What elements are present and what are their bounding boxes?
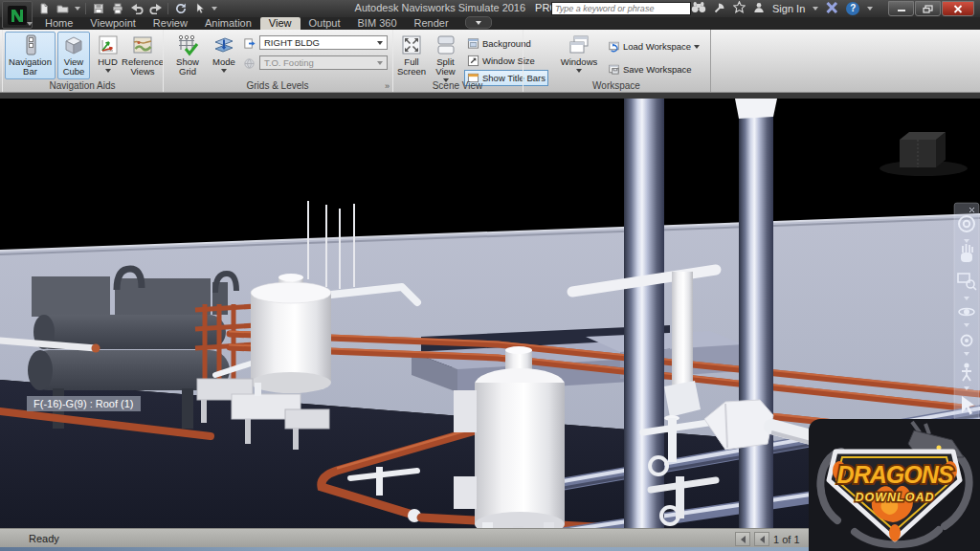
window-controls (887, 1, 974, 16)
level-icon (243, 56, 256, 69)
windows-dropdown-icon (576, 69, 582, 73)
export-grid-icon[interactable] (243, 36, 256, 49)
group-workspace: Windows Load Workspace Save Workspace Wo… (523, 30, 711, 92)
undo-icon[interactable] (129, 3, 144, 15)
ribbon-display-toggle[interactable] (465, 16, 492, 29)
load-workspace-button[interactable]: Load Workspace (605, 38, 702, 55)
help-button[interactable]: ? (846, 2, 859, 15)
save-workspace-button[interactable]: Save Workspace (605, 61, 695, 77)
infocenter-icons: Sign In ? (691, 1, 873, 15)
quick-access-toolbar (36, 1, 217, 16)
view-cube-icon (62, 33, 85, 56)
reference-views-icon (131, 33, 154, 56)
steel-riser-pipe-right (735, 99, 777, 528)
help-dropdown-icon[interactable] (867, 7, 873, 11)
title-bar: Autodesk Navisworks Simulate 2016PROJECT… (0, 0, 980, 17)
sheet-indicator: 1 of 1 (773, 534, 800, 545)
favorites-star-icon[interactable] (733, 1, 746, 15)
redo-icon[interactable] (148, 3, 163, 15)
grids-dialog-launcher-icon[interactable]: » (385, 81, 390, 91)
navigation-bar-button[interactable]: Navigation Bar (5, 32, 56, 79)
watermark-title: DRAGONS (837, 461, 954, 488)
group-label-navigation-aids: Navigation Aids (2, 80, 163, 92)
load-workspace-label: Load Workspace (623, 41, 691, 52)
refresh-icon[interactable] (173, 3, 188, 15)
new-file-icon[interactable] (36, 3, 51, 15)
windows-label: Windows (561, 57, 598, 67)
grid-mode-button[interactable]: Mode (207, 32, 241, 79)
qat-separator (167, 3, 168, 14)
show-grid-button[interactable]: Show Grid (170, 32, 205, 79)
tab-review[interactable]: Review (145, 17, 196, 30)
app-title: Autodesk Navisworks Simulate 2016 (355, 2, 526, 13)
level-combo-arrow-icon (377, 61, 383, 65)
grid-location-hud: F(-16)-G(9) : Roof (1) (27, 396, 141, 411)
mode-dropdown-icon (221, 69, 227, 73)
grid-mode-icon (212, 33, 235, 56)
tab-animation[interactable]: Animation (196, 17, 260, 30)
split-view-icon (434, 33, 457, 56)
valve-stem (376, 467, 383, 496)
viewport-navigation-bar[interactable] (954, 203, 979, 421)
minimize-button[interactable] (888, 1, 914, 16)
hud-label: HUD (98, 57, 118, 67)
show-grid-label: Show Grid (171, 57, 204, 77)
level-select-value: T.O. Footing (264, 57, 314, 68)
exchange-apps-icon[interactable] (826, 2, 838, 15)
load-workspace-dropdown-icon (694, 45, 700, 49)
application-menu-button[interactable] (2, 1, 33, 29)
view-cube-button[interactable]: View Cube (57, 32, 90, 79)
group-grids-levels: Show Grid Mode RIGHT BLDG T.O. Footing G… (163, 30, 393, 92)
full-screen-button[interactable]: Full Screen (395, 32, 428, 79)
split-view-button[interactable]: Split View (429, 32, 462, 79)
grid-select-combo[interactable]: RIGHT BLDG (259, 35, 388, 50)
tab-render[interactable]: Render (406, 17, 457, 30)
reference-views-button[interactable]: Reference Views (123, 32, 162, 79)
tab-bim360[interactable]: BIM 360 (349, 17, 406, 30)
user-icon[interactable] (753, 2, 765, 15)
watermark-subtitle: DOWNLOAD (856, 491, 935, 504)
grid-combo-arrow-icon (377, 41, 383, 45)
app-menu-arrow-icon (27, 22, 33, 26)
window-size-icon (467, 55, 479, 67)
previous-sheet-button[interactable] (754, 532, 769, 546)
tab-view[interactable]: View (260, 17, 301, 30)
close-button[interactable] (942, 1, 974, 16)
windows-button[interactable]: Windows (557, 32, 601, 79)
group-label-workspace: Workspace (523, 80, 710, 92)
qat-customize-icon[interactable] (212, 7, 217, 11)
hud-icon (97, 33, 120, 56)
select-cursor-icon[interactable] (192, 3, 207, 15)
steel-riser-pipe-left (624, 99, 664, 528)
hud-dropdown-icon (105, 69, 111, 73)
sign-in-button[interactable]: Sign In (772, 3, 805, 14)
show-grid-icon (176, 33, 199, 56)
background-icon (467, 37, 479, 50)
group-label-grids-levels: Grids & Levels (163, 80, 392, 92)
watermark-logo: DRAGONS DOWNLOAD (809, 419, 980, 551)
sign-in-dropdown-icon[interactable] (813, 7, 818, 11)
view-cube-label: View Cube (58, 57, 89, 77)
save-icon[interactable] (91, 3, 105, 15)
open-file-icon[interactable] (56, 3, 70, 15)
reference-views-label: Reference Views (122, 57, 164, 77)
group-label-scene-view: Scene View (392, 80, 523, 92)
grid-select-value: RIGHT BLDG (264, 37, 320, 48)
communication-center-icon[interactable] (714, 2, 725, 15)
status-message: Ready (29, 533, 59, 544)
print-icon[interactable] (110, 3, 124, 15)
tab-output[interactable]: Output (301, 17, 349, 30)
hud-button[interactable]: HUD (92, 32, 123, 79)
tab-home[interactable]: Home (36, 17, 81, 30)
ribbon: Navigation Bar View Cube HUD Reference V… (0, 30, 980, 93)
navigation-bar-label: Navigation Bar (6, 57, 55, 77)
tab-viewpoint[interactable]: Viewpoint (81, 17, 145, 30)
open-dropdown-icon[interactable] (75, 7, 80, 11)
sheet-navigation: 1 of 1 (735, 532, 800, 546)
search-binoculars-icon[interactable] (691, 1, 706, 15)
search-input[interactable] (551, 2, 691, 15)
save-workspace-icon (608, 63, 620, 76)
first-sheet-button[interactable] (735, 532, 750, 546)
qat-separator (85, 3, 86, 14)
restore-button[interactable] (915, 1, 941, 16)
